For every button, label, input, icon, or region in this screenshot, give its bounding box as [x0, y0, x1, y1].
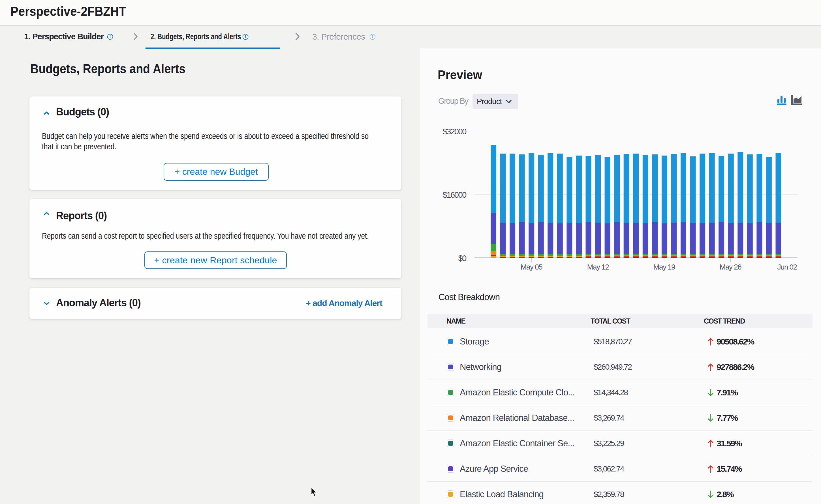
svg-text:Jun 02: Jun 02: [777, 263, 797, 271]
svg-text:May 26: May 26: [720, 263, 742, 271]
svg-text:May 19: May 19: [654, 263, 675, 271]
svg-text:$0: $0: [458, 254, 467, 263]
svg-text:$16000: $16000: [443, 190, 467, 199]
svg-text:May 05: May 05: [521, 263, 542, 271]
svg-text:May 12: May 12: [587, 263, 609, 271]
svg-text:$32000: $32000: [443, 127, 467, 136]
